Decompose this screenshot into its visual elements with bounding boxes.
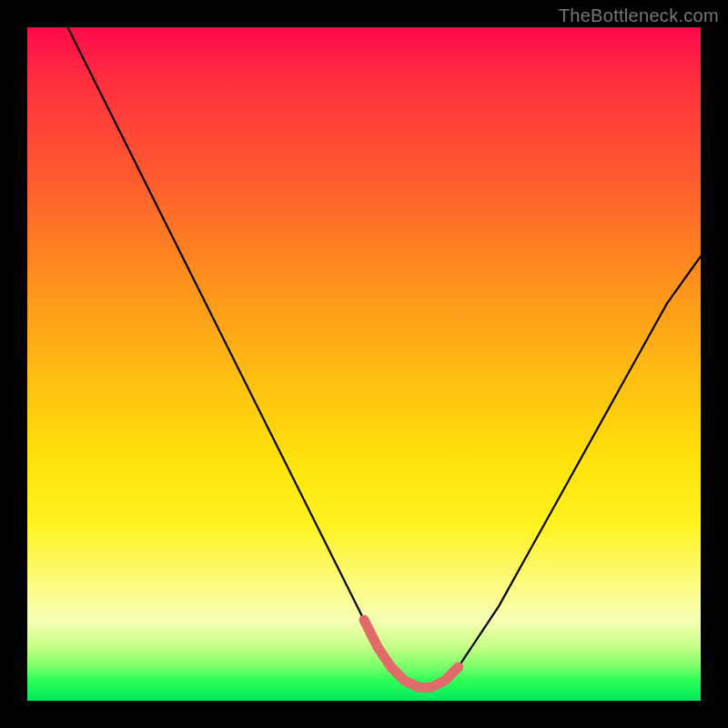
curve-layer	[27, 27, 701, 701]
watermark-text: TheBottleneck.com	[559, 5, 719, 26]
plot-area	[27, 27, 701, 701]
chart-frame: TheBottleneck.com	[0, 0, 728, 728]
bottleneck-curve	[67, 27, 701, 687]
optimal-range-highlight	[364, 620, 459, 687]
